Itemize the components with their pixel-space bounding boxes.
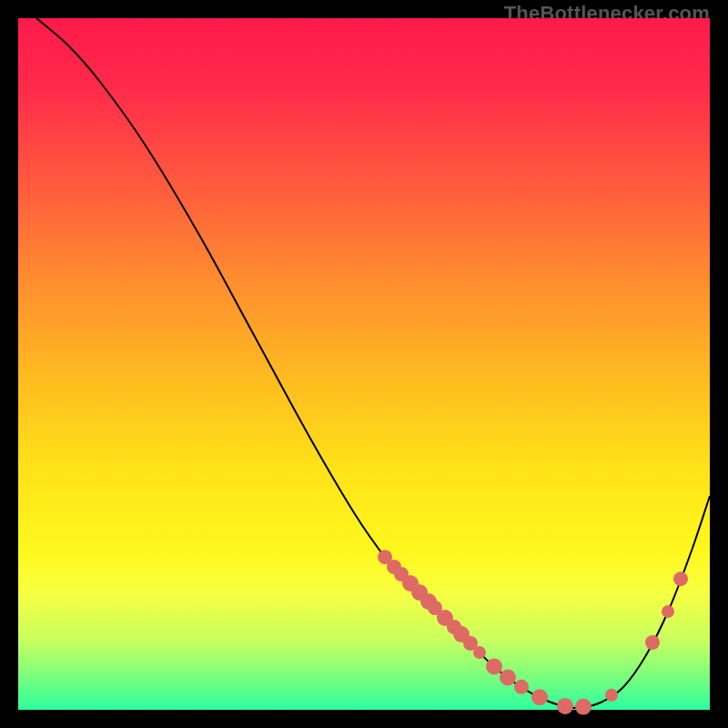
curve-svg	[18, 18, 710, 710]
marker-group	[378, 550, 688, 714]
data-marker	[645, 635, 660, 650]
data-marker	[500, 669, 516, 685]
data-marker	[531, 689, 548, 705]
data-marker	[514, 680, 529, 694]
chart-container: TheBottlenecker.com	[0, 0, 728, 728]
data-marker	[473, 646, 486, 659]
data-marker	[605, 689, 618, 702]
data-marker	[557, 698, 573, 714]
data-marker	[673, 571, 688, 586]
bottleneck-curve	[36, 18, 710, 708]
plot-area	[18, 18, 710, 710]
data-marker	[575, 699, 592, 715]
data-marker	[662, 605, 674, 618]
data-marker	[486, 658, 502, 674]
